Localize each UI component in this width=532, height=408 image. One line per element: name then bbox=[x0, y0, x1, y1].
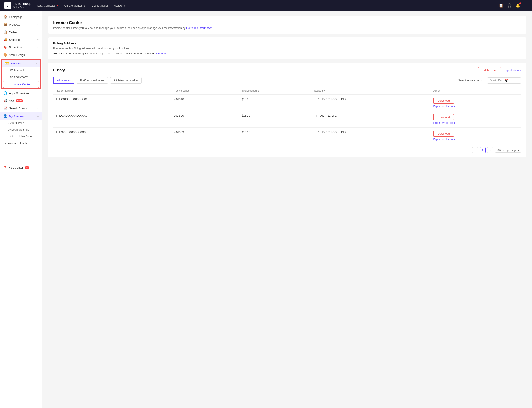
nav-menu-icon[interactable]: ⋮ bbox=[524, 3, 528, 8]
products-icon: 📦 bbox=[3, 23, 7, 26]
col-action: Action bbox=[431, 87, 521, 95]
invoice-table: Invoice number Invoice period Invoice am… bbox=[53, 87, 521, 144]
filter-platform-fee[interactable]: Platform service fee bbox=[77, 77, 108, 84]
next-page-button[interactable]: › bbox=[487, 147, 493, 153]
invoice-period-1: 2023-10 bbox=[171, 95, 239, 111]
download-button-2[interactable]: Download bbox=[433, 114, 454, 120]
tax-info-link[interactable]: Go to Tax Information bbox=[186, 26, 213, 30]
batch-export-button[interactable]: Batch Export bbox=[478, 67, 501, 74]
invoice-number-1: THECXXXXXXXXXXXXX bbox=[53, 95, 171, 111]
orders-chevron: ▾ bbox=[37, 31, 39, 34]
sidebar-item-products[interactable]: 📦 Products ▾ bbox=[0, 21, 42, 28]
nav-affiliate-marketing[interactable]: Affiliate Marketing bbox=[64, 4, 86, 7]
sidebar-item-myaccount[interactable]: 👤 My Account ▴ bbox=[0, 112, 42, 120]
apps-icon: 🌐 bbox=[3, 91, 7, 95]
per-page-select[interactable]: 20 items per page ▾ bbox=[495, 148, 521, 153]
sidebar-item-account-health[interactable]: 🛡 Account Health ▾ bbox=[0, 139, 42, 147]
table-row: THLCXXXXXXXXXXXXX 2023-09 ฿13.33 THAI HA… bbox=[53, 128, 521, 144]
nav-headset-icon[interactable]: 🎧 bbox=[507, 3, 512, 8]
myaccount-submenu: Seller Profile Account Settings Linked T… bbox=[0, 120, 42, 139]
sidebar-item-promotions[interactable]: 🔖 Promotions ▾ bbox=[0, 43, 42, 51]
apps-chevron: ▾ bbox=[37, 92, 39, 95]
sidebar-item-homepage[interactable]: 🏠 Homepage bbox=[0, 13, 42, 21]
invoice-amount-2: ฿16.28 bbox=[239, 111, 311, 128]
billing-title: Billing Address bbox=[53, 41, 521, 45]
sidebar: 🏠 Homepage 📦 Products ▾ 📋 Orders ▾ 🚚 Shi… bbox=[0, 11, 42, 408]
logo-icon: ♪ bbox=[4, 2, 11, 9]
export-detail-link-2[interactable]: Export invoice detail bbox=[433, 121, 456, 124]
action-cell-1: Download Export invoice detail bbox=[431, 95, 521, 111]
download-button-1[interactable]: Download bbox=[433, 98, 454, 104]
finance-icon: 💳 bbox=[5, 61, 9, 65]
nav-live-manager[interactable]: Live Manager bbox=[91, 4, 108, 7]
filter-affiliate-commission[interactable]: Affiliate commission bbox=[110, 77, 141, 84]
help-center[interactable]: ❓ Help Center 19 bbox=[0, 164, 42, 171]
table-header: Invoice number Invoice period Invoice am… bbox=[53, 87, 521, 95]
nav-links: Data Compass Affiliate Marketing Live Ma… bbox=[37, 4, 499, 7]
shipping-icon: 🚚 bbox=[3, 38, 7, 42]
current-page-button[interactable]: 1 bbox=[480, 147, 486, 153]
nav-clipboard-icon[interactable]: 📋 bbox=[499, 3, 503, 8]
shipping-chevron: ▾ bbox=[37, 38, 39, 41]
sidebar-item-account-settings[interactable]: Account Settings bbox=[0, 126, 42, 133]
finance-submenu: Withdrawals Settled records Invoice Cent… bbox=[2, 67, 40, 88]
sidebar-item-ads[interactable]: 📢 Ads HOT! bbox=[0, 97, 42, 104]
sidebar-item-store-design[interactable]: 🎨 Store Design bbox=[0, 51, 42, 59]
sidebar-item-orders[interactable]: 📋 Orders ▾ bbox=[0, 28, 42, 36]
sidebar-item-linked-tiktok[interactable]: Linked TikTok Accou... bbox=[0, 133, 42, 139]
history-title: History bbox=[53, 68, 65, 72]
sidebar-item-settled[interactable]: Settled records bbox=[2, 74, 40, 80]
prev-page-button[interactable]: ‹ bbox=[472, 147, 478, 153]
promotions-icon: 🔖 bbox=[3, 45, 7, 49]
sidebar-item-seller-profile[interactable]: Seller Profile bbox=[0, 120, 42, 126]
growth-icon: 📈 bbox=[3, 106, 7, 110]
invoice-period-2: 2023-09 bbox=[171, 111, 239, 128]
sidebar-item-withdrawals[interactable]: Withdrawals bbox=[2, 67, 40, 74]
invoice-number-2: THECXXXXXXXXXXXXX bbox=[53, 111, 171, 128]
billing-note: Please note this Billing Address will be… bbox=[53, 47, 521, 50]
page-title: Invoice Center bbox=[53, 20, 521, 25]
homepage-icon: 🏠 bbox=[3, 15, 7, 19]
nav-data-compass[interactable]: Data Compass bbox=[37, 4, 58, 7]
issued-by-2: TIKTOK PTE. LTD. bbox=[311, 111, 431, 128]
period-date-input[interactable]: Start - End 📅 bbox=[487, 77, 521, 84]
hot-badge: HOT! bbox=[16, 100, 23, 102]
per-page-chevron: ▾ bbox=[518, 149, 519, 152]
billing-address-row: Address: 1xxx Sawaeng Ha District Ang Th… bbox=[53, 52, 521, 55]
brand-name: TikTok Shop bbox=[13, 2, 31, 6]
logo[interactable]: ♪ TikTok Shop Seller Center bbox=[4, 2, 31, 9]
page-subtitle: Invoice center allows you to view and ma… bbox=[53, 26, 521, 30]
export-history-link[interactable]: Export History bbox=[504, 69, 521, 72]
pagination: ‹ 1 › 20 items per page ▾ bbox=[53, 147, 521, 153]
action-cell-3: Download Export invoice detail bbox=[431, 128, 521, 144]
period-placeholder: Start - End bbox=[490, 79, 503, 82]
store-design-icon: 🎨 bbox=[3, 53, 7, 57]
sidebar-item-growth[interactable]: 📈 Growth Center ▾ bbox=[0, 104, 42, 112]
notification-badge bbox=[519, 2, 521, 4]
sidebar-item-shipping[interactable]: 🚚 Shipping ▾ bbox=[0, 36, 42, 43]
nav-academy[interactable]: Academy bbox=[114, 4, 125, 7]
table-row: THECXXXXXXXXXXXXX 2023-10 ฿18.88 THAI HA… bbox=[53, 95, 521, 111]
nav-notification-icon[interactable]: 🔔 bbox=[516, 3, 520, 8]
main-layout: 🏠 Homepage 📦 Products ▾ 📋 Orders ▾ 🚚 Shi… bbox=[0, 11, 532, 408]
export-detail-link-1[interactable]: Export invoice detail bbox=[433, 105, 456, 108]
history-card: History Batch Export Export History All … bbox=[48, 63, 526, 157]
billing-address-card: Billing Address Please note this Billing… bbox=[48, 37, 526, 59]
filter-all-invoices[interactable]: All invoices bbox=[53, 77, 74, 84]
promotions-chevron: ▾ bbox=[37, 46, 39, 49]
help-badge: 19 bbox=[25, 166, 29, 169]
calendar-icon: 📅 bbox=[504, 79, 508, 82]
myaccount-chevron: ▴ bbox=[37, 115, 39, 117]
sidebar-item-invoice-center[interactable]: Invoice Center bbox=[3, 81, 39, 88]
col-invoice-amount: Invoice amount bbox=[239, 87, 311, 95]
col-invoice-number: Invoice number bbox=[53, 87, 171, 95]
download-button-3[interactable]: Download bbox=[433, 130, 454, 137]
sidebar-item-apps[interactable]: 🌐 Apps & Services ▾ bbox=[0, 89, 42, 97]
table-body: THECXXXXXXXXXXXXX 2023-10 ฿18.88 THAI HA… bbox=[53, 95, 521, 144]
change-address-link[interactable]: Change bbox=[156, 52, 166, 55]
address-value: 1xxx Sawaeng Ha District Ang Thong Provi… bbox=[66, 52, 154, 55]
export-detail-link-3[interactable]: Export invoice detail bbox=[433, 138, 456, 141]
issued-by-1: THAI HAPPY LOGISTICS bbox=[311, 95, 431, 111]
col-invoice-period: Invoice period bbox=[171, 87, 239, 95]
sidebar-item-finance[interactable]: 💳 Finance ▴ bbox=[2, 60, 40, 67]
